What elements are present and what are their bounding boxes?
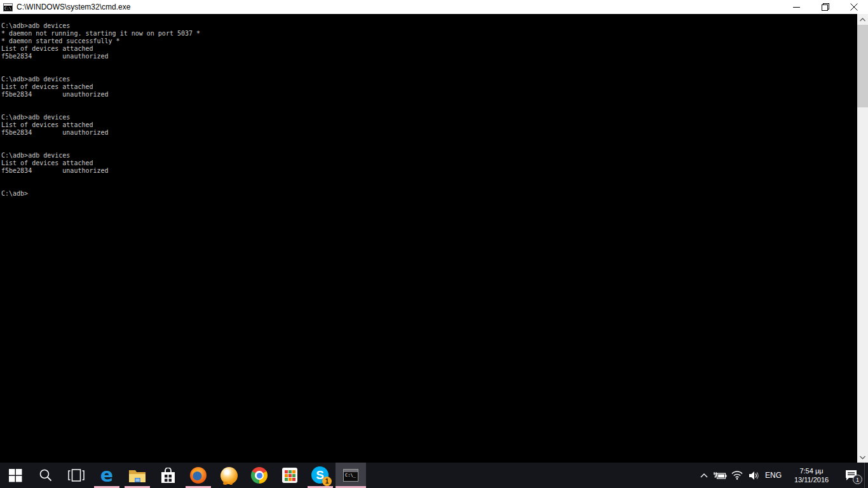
restore-icon: [822, 3, 829, 11]
titlebar[interactable]: C:\WINDOWS\system32\cmd.exe: [0, 0, 868, 14]
taskbar-item-skype[interactable]: S 1: [305, 463, 336, 488]
action-center-button[interactable]: 1: [838, 463, 864, 488]
system-tray: ENG 7:54 μμ 13/11/2016 1: [697, 463, 864, 488]
taskbar-item-chrome[interactable]: [244, 463, 275, 488]
taskbar-item-app-grid[interactable]: [275, 463, 305, 488]
console-text: C:\adb>adb devices * daemon not running.…: [0, 14, 868, 198]
folder-icon: [128, 468, 146, 483]
network-status[interactable]: [729, 463, 745, 488]
tray-time: 7:54 μμ: [794, 466, 829, 475]
edge-icon: e: [100, 466, 113, 485]
volume-status[interactable]: [745, 463, 762, 488]
scroll-down-arrow[interactable]: [857, 452, 868, 463]
scroll-up-arrow[interactable]: [857, 14, 868, 25]
task-view-button[interactable]: [61, 463, 92, 488]
taskbar-item-firefox[interactable]: [183, 463, 214, 488]
battery-charging-icon: [713, 471, 727, 480]
minimize-button[interactable]: [782, 0, 811, 14]
cmd-icon: [3, 3, 13, 11]
app-grid-icon: [282, 468, 297, 483]
hidden-icons-button[interactable]: [697, 463, 711, 488]
speaker-icon: [749, 471, 759, 480]
show-desktop-button[interactable]: [864, 463, 868, 488]
battery-status[interactable]: [711, 463, 729, 488]
clock[interactable]: 7:54 μμ 13/11/2016: [785, 463, 838, 488]
window-controls: [782, 0, 868, 14]
cmd-window-icon: [343, 469, 358, 482]
minimize-icon: [793, 4, 800, 11]
chrome-icon: [251, 467, 268, 484]
search-icon: [39, 468, 53, 482]
language-indicator[interactable]: ENG: [762, 463, 785, 488]
windows-logo-icon: [9, 469, 22, 482]
taskbar: e: [0, 463, 868, 488]
firefox-icon: [189, 466, 207, 484]
chevron-down-icon: [860, 456, 865, 459]
console-area[interactable]: C:\adb>adb devices * daemon not running.…: [0, 14, 868, 463]
close-button[interactable]: [839, 0, 868, 14]
gom-player-icon: [220, 467, 238, 484]
close-icon: [850, 3, 858, 11]
action-center-badge: 1: [853, 475, 862, 484]
chevron-up-icon: [700, 473, 708, 478]
scrollbar[interactable]: [857, 14, 868, 463]
skype-notification-badge: 1: [322, 477, 332, 486]
taskbar-item-store[interactable]: [153, 463, 183, 488]
taskbar-item-file-explorer[interactable]: [122, 463, 153, 488]
start-button[interactable]: [0, 463, 31, 488]
scrollbar-thumb[interactable]: [857, 25, 868, 107]
taskbar-item-gom-player[interactable]: [214, 463, 244, 488]
chevron-up-icon: [860, 18, 865, 22]
tray-date: 13/11/2016: [794, 475, 829, 484]
search-button[interactable]: [31, 463, 61, 488]
taskbar-item-cmd-active[interactable]: [336, 463, 366, 488]
wifi-icon: [731, 471, 743, 480]
window-title: C:\WINDOWS\system32\cmd.exe: [17, 3, 130, 11]
task-view-icon: [68, 469, 85, 482]
restore-button[interactable]: [811, 0, 839, 14]
taskbar-item-edge[interactable]: e: [92, 463, 122, 488]
store-bag-icon: [160, 468, 176, 484]
